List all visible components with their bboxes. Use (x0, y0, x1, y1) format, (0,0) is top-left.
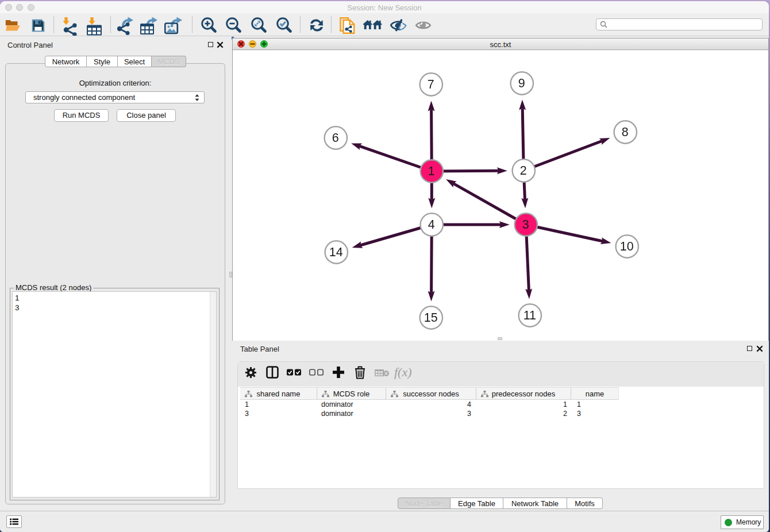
svg-text:7: 7 (428, 78, 434, 91)
svg-text:2: 2 (520, 164, 527, 178)
svg-text:1: 1 (428, 164, 435, 178)
svg-text:3: 3 (522, 218, 529, 232)
svg-text:8: 8 (622, 125, 629, 139)
svg-text:4: 4 (428, 218, 435, 232)
svg-text:15: 15 (424, 311, 438, 325)
svg-text:9: 9 (518, 76, 525, 90)
svg-text:10: 10 (620, 240, 634, 253)
svg-text:14: 14 (329, 245, 343, 259)
svg-text:11: 11 (523, 309, 536, 322)
svg-text:6: 6 (332, 131, 339, 145)
